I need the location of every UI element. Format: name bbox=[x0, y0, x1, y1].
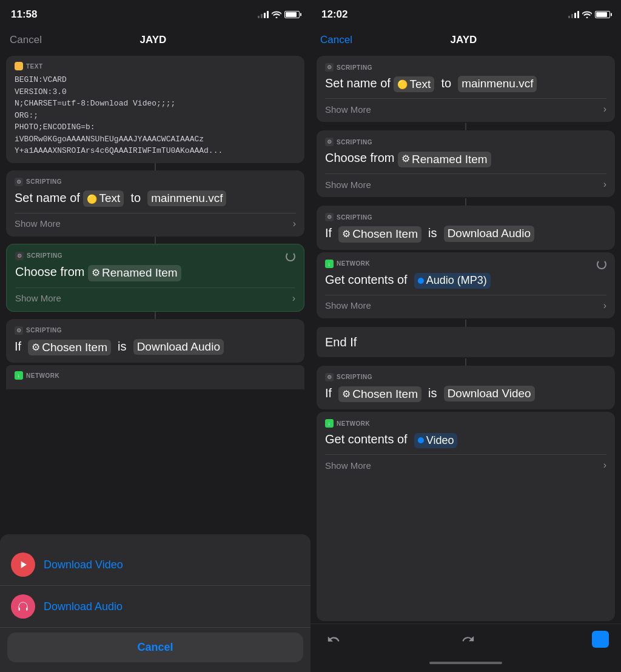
choose-from-content-right: Choose from ⚙ Renamed Item bbox=[325, 150, 606, 167]
end-if-block: End If bbox=[317, 327, 615, 357]
show-more-row-1[interactable]: Show More › bbox=[15, 213, 296, 229]
left-time: 11:58 bbox=[11, 8, 37, 21]
show-more-row-r2[interactable]: Show More › bbox=[325, 173, 606, 190]
set-name-content: Set name of 🟡 Text to mainmenu.vcf bbox=[15, 190, 296, 207]
partial-network-card: ↓ NETWORK bbox=[6, 365, 304, 389]
show-more-text-r4: Show More bbox=[325, 460, 371, 471]
show-more-text-r2: Show More bbox=[325, 180, 371, 190]
bottom-sheet: Download Video Download Audio Cancel bbox=[0, 534, 310, 672]
text-card-content: BEGIN:VCARD VERSION:3.0 N;CHARSET=utf-8:… bbox=[15, 74, 296, 157]
download-video-item[interactable]: Download Video bbox=[0, 544, 310, 586]
right-nav-bar: Cancel JAYD bbox=[310, 27, 621, 53]
chevron-icon-r4: › bbox=[603, 460, 606, 471]
show-more-row-r3[interactable]: Show More › bbox=[325, 295, 606, 311]
connector-1 bbox=[155, 163, 156, 170]
right-cancel-button[interactable]: Cancel bbox=[320, 34, 352, 46]
right-home-indicator bbox=[310, 654, 621, 672]
set-name-card-left[interactable]: ⚙ SCRIPTING Set name of 🟡 Text to mainme… bbox=[6, 170, 304, 237]
if-audio-block[interactable]: ⚙ SCRIPTING If ⚙ Chosen Item is Download… bbox=[317, 206, 615, 250]
chosen-item-token: ⚙ Chosen Item bbox=[28, 340, 111, 356]
sheet-cancel-button[interactable]: Cancel bbox=[7, 633, 303, 662]
scripting-icon-2: ⚙ bbox=[15, 252, 24, 260]
signal-icon bbox=[258, 11, 269, 18]
renamed-item-token-right: ⚙ Renamed Item bbox=[398, 152, 491, 168]
if-video-label: ⚙ SCRIPTING bbox=[325, 373, 606, 381]
text-token-right: 🟡 Text bbox=[394, 76, 434, 93]
chosen-item-token-r: ⚙ Chosen Item bbox=[338, 226, 421, 243]
undo-button[interactable] bbox=[323, 628, 344, 650]
audio-mp3-token: Audio (MP3) bbox=[414, 273, 491, 288]
network-audio-card[interactable]: ↓ NETWORK Get contents of Audio (MP3) Sh… bbox=[317, 252, 615, 318]
network-video-card[interactable]: ↓ NETWORK Get contents of Video Show Mor… bbox=[317, 412, 615, 621]
connector-r3 bbox=[465, 320, 466, 327]
left-phone-panel: 11:58 Cancel JAYD TEXT bbox=[0, 0, 310, 672]
scripting-icon-r1: ⚙ bbox=[325, 63, 334, 72]
loading-spinner-r bbox=[597, 260, 606, 269]
if-content: If ⚙ Chosen Item is Download Audio bbox=[15, 338, 296, 356]
scripting-icon: ⚙ bbox=[15, 178, 23, 186]
choose-from-content: Choose from ⚙ Renamed Item bbox=[15, 264, 295, 281]
right-scroll-area: ⚙ SCRIPTING Set name of 🟡 Text to mainme… bbox=[310, 53, 621, 623]
wifi-icon bbox=[272, 11, 281, 18]
download-audio-token: Download Audio bbox=[133, 339, 224, 355]
if-audio-label: ⚙ SCRIPTING bbox=[325, 213, 606, 221]
text-card: TEXT BEGIN:VCARD VERSION:3.0 N;CHARSET=u… bbox=[6, 56, 304, 163]
right-nav-title: JAYD bbox=[451, 34, 477, 46]
choose-from-card-right[interactable]: ⚙ SCRIPTING Choose from ⚙ Renamed Item S… bbox=[317, 130, 615, 197]
right-status-icons bbox=[568, 11, 610, 18]
download-video-token: Download Video bbox=[444, 386, 535, 402]
network-label-partial: ↓ NETWORK bbox=[15, 371, 296, 380]
left-status-bar: 11:58 bbox=[0, 0, 310, 27]
network-down-icon-v: ↓ bbox=[325, 419, 334, 428]
set-name-content-right: Set name of 🟡 Text to mainmenu.vcf bbox=[325, 75, 606, 92]
set-name-card-right[interactable]: ⚙ SCRIPTING Set name of 🟡 Text to mainme… bbox=[317, 56, 615, 122]
show-more-text-r3: Show More bbox=[325, 300, 371, 311]
chevron-icon-r3: › bbox=[603, 300, 606, 311]
right-phone-panel: 12:02 Cancel JAYD ⚙ SCRIPTI bbox=[310, 0, 621, 672]
left-nav-title: JAYD bbox=[140, 34, 167, 46]
choose-from-card[interactable]: ⚙ SCRIPTING Choose from ⚙ Renamed Item S… bbox=[6, 244, 304, 312]
network-video-label: ↓ NETWORK bbox=[325, 419, 606, 428]
choose-from-label-right: ⚙ SCRIPTING bbox=[325, 138, 606, 146]
connector-2 bbox=[155, 237, 156, 244]
mainmenu-token-right: mainmenu.vcf bbox=[458, 76, 537, 92]
bottom-toolbar bbox=[310, 623, 621, 654]
redo-button[interactable] bbox=[457, 628, 479, 650]
connector-3 bbox=[155, 312, 156, 319]
audio-icon bbox=[11, 594, 35, 619]
right-wifi-icon bbox=[582, 11, 592, 18]
add-block-button[interactable] bbox=[592, 631, 609, 648]
show-more-row-r4[interactable]: Show More › bbox=[325, 454, 606, 471]
network-video-content: Get contents of Video bbox=[325, 431, 606, 448]
download-video-label: Download Video bbox=[44, 559, 123, 571]
show-more-text-r1: Show More bbox=[325, 104, 371, 115]
network-audio-label: ↓ NETWORK bbox=[325, 260, 370, 268]
left-cancel-button[interactable]: Cancel bbox=[10, 34, 42, 46]
download-audio-item[interactable]: Download Audio bbox=[0, 586, 310, 628]
scripting-icon-r4: ⚙ bbox=[325, 373, 334, 381]
show-more-row-2[interactable]: Show More › bbox=[15, 287, 295, 304]
if-video-block[interactable]: ⚙ SCRIPTING If ⚙ Chosen Item is Download… bbox=[317, 366, 615, 410]
show-more-row-r1[interactable]: Show More › bbox=[325, 98, 606, 115]
choose-from-label: ⚙ SCRIPTING bbox=[15, 252, 62, 260]
chevron-icon-1: › bbox=[293, 218, 296, 229]
scripting-icon-3: ⚙ bbox=[15, 326, 23, 335]
text-token: 🟡 Text bbox=[83, 190, 124, 207]
set-name-label: ⚙ SCRIPTING bbox=[15, 178, 296, 186]
download-audio-label: Download Audio bbox=[44, 600, 123, 613]
chosen-item-token-v: ⚙ Chosen Item bbox=[338, 386, 421, 403]
show-more-text-2: Show More bbox=[15, 293, 61, 303]
chevron-icon-r1: › bbox=[603, 104, 606, 115]
network-down-icon: ↓ bbox=[325, 260, 334, 268]
text-card-label: TEXT bbox=[15, 62, 296, 70]
if-label: ⚙ SCRIPTING bbox=[15, 326, 296, 335]
if-audio-content: If ⚙ Chosen Item is Download Audio bbox=[325, 225, 606, 243]
video-icon bbox=[11, 553, 35, 577]
right-signal-icon bbox=[568, 11, 579, 18]
if-video-content: If ⚙ Chosen Item is Download Video bbox=[325, 385, 606, 403]
chevron-icon-2: › bbox=[292, 293, 295, 304]
set-name-label-right: ⚙ SCRIPTING bbox=[325, 63, 606, 72]
if-chosen-card-left[interactable]: ⚙ SCRIPTING If ⚙ Chosen Item is Download… bbox=[6, 319, 304, 363]
mainmenu-token: mainmenu.vcf bbox=[147, 190, 226, 207]
download-audio-token-r: Download Audio bbox=[444, 226, 534, 242]
